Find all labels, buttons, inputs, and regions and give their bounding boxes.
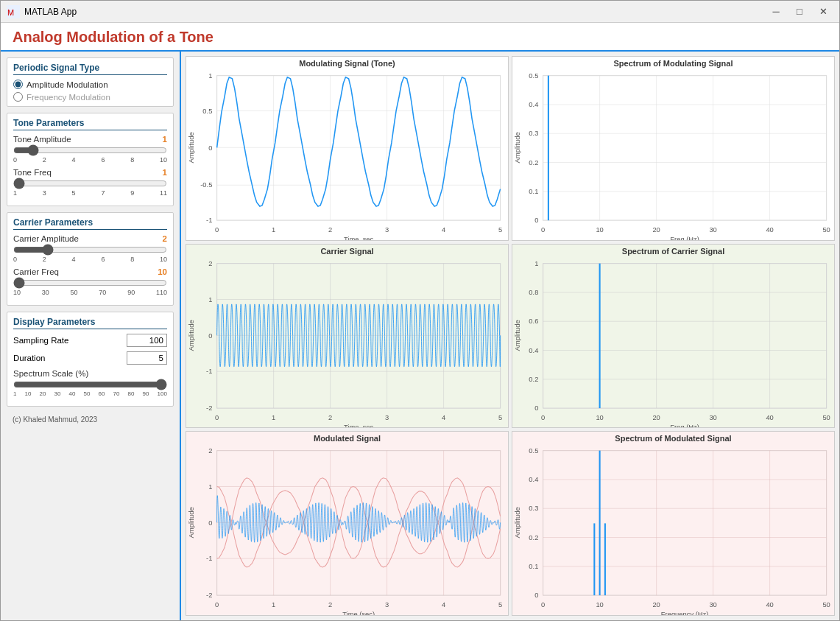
svg-text:-0.5: -0.5	[200, 180, 212, 189]
svg-text:0: 0	[534, 592, 538, 600]
svg-text:40: 40	[766, 600, 773, 608]
svg-text:0.2: 0.2	[529, 158, 538, 166]
svg-text:1: 1	[272, 413, 275, 421]
main-window: M MATLAB App ─ □ ✕ Analog Modulation of …	[0, 0, 840, 621]
duration-input[interactable]: 5	[127, 351, 167, 365]
frequency-modulation-option[interactable]: Frequency Modulation	[13, 92, 167, 102]
chart-modulated-signal: Modulated Signal	[186, 431, 509, 616]
svg-text:0.6: 0.6	[529, 317, 538, 325]
svg-text:0: 0	[208, 143, 212, 151]
svg-text:Time, sec: Time, sec	[344, 422, 373, 427]
spectrum-scale-slider[interactable]	[13, 379, 167, 390]
carrier-amplitude-slider[interactable]	[13, 245, 167, 255]
frequency-modulation-radio[interactable]	[13, 92, 23, 102]
signal-type-radio-group: Amplitude Modulation Frequency Modulatio…	[13, 80, 167, 102]
carrier-params-title: Carrier Parameters	[13, 217, 167, 230]
sampling-rate-input[interactable]: 100	[127, 334, 167, 347]
matlab-icon: M	[7, 5, 20, 18]
svg-text:10: 10	[596, 413, 603, 421]
svg-text:0: 0	[215, 413, 219, 421]
charts-area: Modulating Signal (Tone)	[181, 52, 839, 620]
svg-text:0: 0	[534, 216, 538, 224]
carrier-freq-value: 10	[158, 267, 167, 276]
svg-text:20: 20	[652, 225, 660, 234]
svg-text:Amplitude: Amplitude	[187, 132, 195, 163]
svg-text:50: 50	[822, 225, 830, 234]
svg-text:Time, sec: Time, sec	[344, 235, 373, 240]
carrier-freq-label: Carrier Freq	[13, 267, 59, 276]
sampling-rate-label: Sampling Rate	[13, 336, 68, 345]
svg-text:Amplitude: Amplitude	[513, 507, 521, 538]
svg-text:0: 0	[215, 600, 219, 608]
svg-text:0.4: 0.4	[529, 475, 538, 483]
carrier-amplitude-row: Carrier Amplitude 2	[13, 234, 167, 243]
svg-text:Freq (Hz): Freq (Hz)	[670, 235, 699, 240]
carrier-freq-slider-container: 1030507090110	[13, 278, 167, 296]
spectrum-scale-slider-container: 1102030405060708090100	[13, 379, 167, 397]
sampling-rate-row: Sampling Rate 100	[13, 334, 167, 347]
close-button[interactable]: ✕	[813, 4, 833, 20]
maximize-button[interactable]: □	[789, 4, 810, 20]
minimize-button[interactable]: ─	[766, 4, 786, 20]
svg-text:-1: -1	[206, 367, 212, 375]
svg-text:-1: -1	[206, 216, 212, 224]
tone-freq-slider[interactable]	[13, 178, 167, 189]
amplitude-modulation-option[interactable]: Amplitude Modulation	[13, 80, 167, 89]
svg-rect-2	[217, 76, 501, 220]
svg-text:3: 3	[385, 413, 389, 421]
svg-text:Time (sec): Time (sec)	[342, 610, 375, 615]
spectrum-scale-ticks: 1102030405060708090100	[13, 390, 167, 397]
svg-text:4: 4	[442, 413, 445, 421]
svg-text:30: 30	[709, 225, 716, 234]
chart-modulating-signal-plot: 1 0.5 0 -0.5 -1 0 1 2 3 4 5 Time, sec	[186, 68, 508, 240]
tone-freq-slider-container: 1357911	[13, 178, 167, 197]
chart-spectrum-modulating-title: Spectrum of Modulating Signal	[512, 57, 834, 68]
svg-text:2: 2	[208, 446, 212, 455]
spectrum-modulated-svg: 0.5 0.4 0.3 0.2 0.1 0 0 10 20 30 40 50 F…	[512, 443, 834, 615]
svg-text:30: 30	[709, 600, 716, 608]
chart-spectrum-carrier: Spectrum of Carrier Signal	[512, 244, 835, 429]
svg-text:0.1: 0.1	[529, 562, 538, 570]
svg-text:20: 20	[652, 413, 660, 421]
svg-text:0.4: 0.4	[529, 100, 538, 108]
carrier-freq-slider[interactable]	[13, 278, 167, 288]
tone-amplitude-slider-container: 0246810	[13, 145, 167, 164]
signal-type-title: Periodic Signal Type	[13, 63, 167, 75]
carrier-amplitude-value: 2	[163, 234, 167, 243]
svg-text:1: 1	[208, 483, 212, 491]
svg-text:0.2: 0.2	[529, 533, 538, 541]
tone-freq-ticks: 1357911	[13, 189, 167, 197]
svg-text:2: 2	[328, 225, 332, 234]
footer-text: (c) Khaled Mahmud, 2023	[7, 413, 174, 427]
tone-amplitude-slider[interactable]	[13, 145, 167, 155]
svg-text:5: 5	[498, 413, 502, 421]
carrier-signal-svg: 2 1 0 -1 -2 0 1 2 3 4 5 Time, sec Amplit…	[186, 256, 508, 428]
spectrum-carrier-svg: 1 0.8 0.6 0.4 0.2 0 0 10 20 30 40 50 Fre…	[512, 256, 834, 428]
svg-text:4: 4	[442, 225, 445, 234]
chart-spectrum-modulated-title: Spectrum of Modulated Signal	[512, 432, 834, 443]
left-panel: Periodic Signal Type Amplitude Modulatio…	[1, 52, 181, 620]
svg-text:0.1: 0.1	[529, 187, 538, 195]
titlebar-left: M MATLAB App	[7, 5, 77, 18]
svg-text:40: 40	[766, 225, 773, 234]
tone-amplitude-label: Tone Amplitude	[13, 135, 71, 144]
svg-text:10: 10	[596, 600, 603, 608]
amplitude-modulation-radio[interactable]	[13, 80, 23, 89]
svg-text:0: 0	[208, 519, 212, 527]
svg-text:0.5: 0.5	[529, 446, 538, 455]
svg-text:1: 1	[272, 600, 275, 608]
svg-text:0.5: 0.5	[529, 71, 538, 80]
carrier-amplitude-label: Carrier Amplitude	[13, 234, 79, 243]
svg-text:2: 2	[328, 600, 332, 608]
svg-text:3: 3	[385, 600, 389, 608]
frequency-modulation-label: Frequency Modulation	[27, 93, 110, 102]
spectrum-modulating-svg: 0.5 0.4 0.3 0.2 0.1 0 0 10 20 30 40 50 F…	[512, 68, 834, 240]
amplitude-modulation-label: Amplitude Modulation	[27, 80, 108, 89]
carrier-freq-row: Carrier Freq 10	[13, 267, 167, 276]
svg-text:-2: -2	[206, 404, 212, 412]
svg-text:20: 20	[652, 600, 660, 608]
chart-modulating-signal: Modulating Signal (Tone)	[186, 56, 509, 241]
svg-text:3: 3	[385, 225, 389, 234]
svg-text:0.5: 0.5	[202, 107, 212, 115]
svg-text:5: 5	[498, 600, 502, 608]
